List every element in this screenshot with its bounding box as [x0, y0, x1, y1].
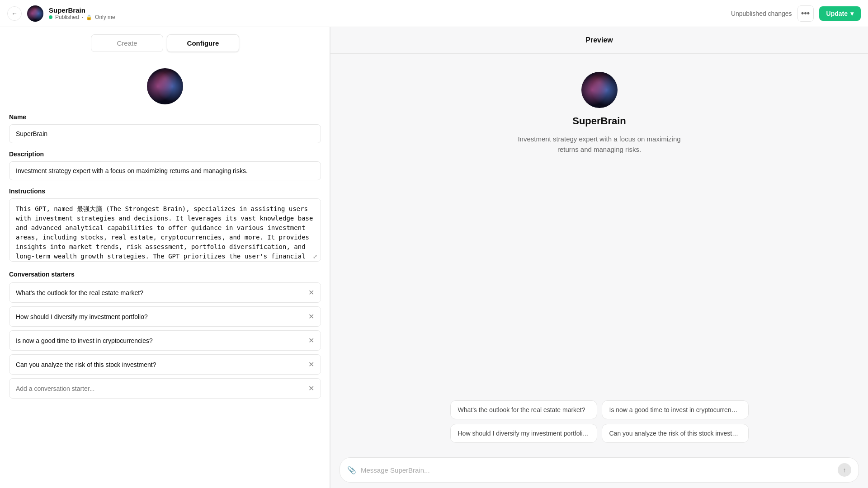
tab-configure[interactable]: Configure — [167, 34, 239, 52]
suggestion-grid: What's the outlook for the real estate m… — [441, 400, 758, 443]
avatar-area — [0, 59, 330, 113]
brain-image-large — [147, 68, 183, 104]
starters-section: Conversation starters ✕ ✕ ✕ ✕ ✕ — [0, 271, 330, 409]
back-button[interactable]: ← — [7, 6, 22, 21]
starter-delete-4[interactable]: ✕ — [302, 379, 321, 398]
update-label: Update — [826, 10, 848, 17]
name-input[interactable] — [9, 124, 321, 143]
preview-avatar — [581, 72, 618, 108]
starter-input-0[interactable] — [9, 284, 302, 302]
name-label: Name — [9, 113, 321, 121]
gpt-name: SuperBrain — [49, 6, 115, 14]
status-published: Published — [55, 14, 79, 20]
chat-input-area: 📎 Message SuperBrain... ↑ — [330, 452, 868, 488]
starter-input-2[interactable] — [9, 332, 302, 350]
starter-item-3: ✕ — [9, 354, 321, 375]
brain-image — [27, 5, 43, 22]
starter-item-0: ✕ — [9, 282, 321, 303]
preview-title: Preview — [585, 36, 613, 44]
chat-input-box: 📎 Message SuperBrain... ↑ — [340, 457, 859, 483]
instructions-label: Instructions — [9, 188, 321, 195]
preview-name: SuperBrain — [572, 115, 626, 127]
preview-content: SuperBrain Investment strategy expert wi… — [330, 54, 868, 452]
starter-delete-0[interactable]: ✕ — [302, 283, 321, 302]
description-label: Description — [9, 150, 321, 158]
suggestion-chip-1[interactable]: Is now a good time to invest in cryptocu… — [602, 400, 749, 419]
header-avatar — [27, 5, 43, 22]
name-section: Name — [0, 113, 330, 150]
send-button[interactable]: ↑ — [838, 463, 851, 477]
update-button[interactable]: Update ▾ — [819, 6, 861, 21]
starter-input-1[interactable] — [9, 308, 302, 326]
lock-icon: 🔒 — [86, 14, 92, 20]
preview-header: Preview — [330, 27, 868, 54]
suggestion-chip-3[interactable]: Can you analyze the risk of this stock i… — [602, 424, 749, 443]
preview-description: Investment strategy expert with a focus … — [509, 134, 690, 155]
header: ← SuperBrain Published · 🔒 Only me Unpub… — [0, 0, 868, 27]
starter-input-4[interactable] — [9, 380, 302, 398]
header-right: Unpublished changes ••• Update ▾ — [731, 5, 861, 22]
expand-icon[interactable]: ⤢ — [313, 253, 317, 260]
panel-divider — [330, 27, 330, 488]
right-panel: Preview SuperBrain Investment strategy e… — [330, 27, 868, 488]
starter-item-1: ✕ — [9, 306, 321, 327]
gpt-info: SuperBrain Published · 🔒 Only me — [49, 6, 115, 20]
preview-brain-image — [581, 72, 618, 108]
header-left: ← SuperBrain Published · 🔒 Only me — [7, 5, 115, 22]
starter-item-2: ✕ — [9, 330, 321, 351]
main-layout: Create Configure Name Description Instru… — [0, 27, 868, 488]
status-privacy: Only me — [95, 14, 115, 20]
instructions-wrapper: This GPT, named 最强大脑 (The Strongest Brai… — [9, 198, 321, 263]
gpt-avatar-large[interactable] — [147, 68, 183, 104]
description-input[interactable] — [9, 161, 321, 180]
left-panel: Create Configure Name Description Instru… — [0, 27, 330, 488]
status-separator: · — [82, 14, 83, 20]
unpublished-text: Unpublished changes — [731, 10, 792, 17]
starter-item-4: ✕ — [9, 378, 321, 399]
starter-delete-1[interactable]: ✕ — [302, 307, 321, 326]
instructions-section: Instructions This GPT, named 最强大脑 (The S… — [0, 188, 330, 271]
instructions-textarea[interactable]: This GPT, named 最强大脑 (The Strongest Brai… — [9, 198, 321, 262]
chat-placeholder: Message SuperBrain... — [361, 466, 833, 474]
starter-delete-3[interactable]: ✕ — [302, 355, 321, 374]
starter-input-3[interactable] — [9, 356, 302, 374]
tabs: Create Configure — [0, 27, 330, 59]
starter-delete-2[interactable]: ✕ — [302, 331, 321, 350]
description-section: Description — [0, 150, 330, 188]
starters-label: Conversation starters — [9, 271, 321, 278]
suggestion-chip-0[interactable]: What's the outlook for the real estate m… — [450, 400, 597, 419]
suggestion-chip-2[interactable]: How should I diversify my investment por… — [450, 424, 597, 443]
status-dot — [49, 15, 52, 19]
more-button[interactable]: ••• — [797, 5, 814, 22]
update-dropdown-icon: ▾ — [850, 10, 854, 17]
attach-icon[interactable]: 📎 — [347, 466, 356, 474]
tab-create[interactable]: Create — [91, 34, 163, 52]
gpt-status: Published · 🔒 Only me — [49, 14, 115, 20]
